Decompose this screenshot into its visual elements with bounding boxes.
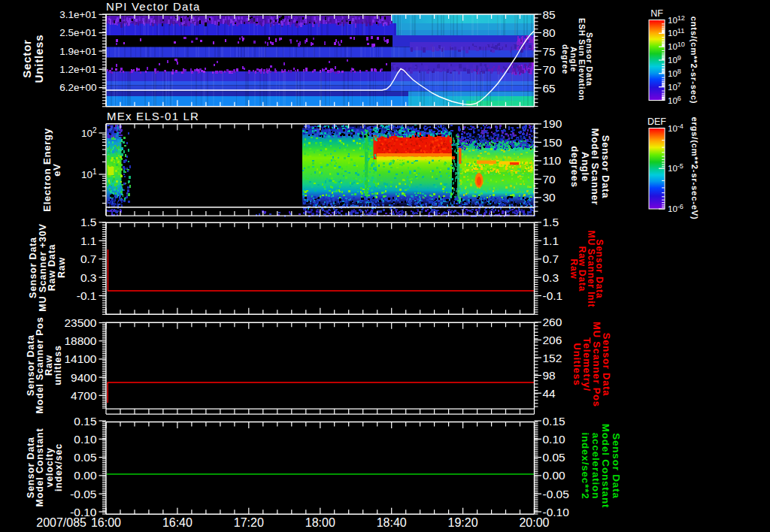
svg-text:1.1: 1.1 (543, 234, 559, 247)
svg-text:98: 98 (543, 369, 556, 382)
svg-text:Raw: Raw (568, 258, 579, 279)
svg-text:0.05: 0.05 (74, 451, 96, 464)
svg-text:18800: 18800 (64, 334, 96, 347)
svg-text:Unitless: Unitless (571, 343, 583, 386)
svg-text:30: 30 (543, 191, 556, 204)
svg-text:eV: eV (51, 163, 62, 177)
svg-text:260: 260 (543, 316, 562, 328)
svg-text:Raw: Raw (56, 257, 67, 278)
svg-text:4700: 4700 (71, 389, 97, 402)
svg-text:70: 70 (543, 63, 556, 76)
svg-text:152: 152 (543, 352, 562, 364)
svg-text:1.5: 1.5 (543, 216, 559, 228)
svg-text:80: 80 (543, 26, 556, 39)
svg-text:NF: NF (650, 8, 663, 19)
svg-text:85: 85 (543, 8, 556, 21)
svg-text:65: 65 (543, 82, 556, 95)
svg-text:NPI Vector Data: NPI Vector Data (106, 0, 201, 13)
svg-text:150: 150 (543, 136, 562, 149)
svg-text:70: 70 (543, 173, 556, 186)
svg-text:0.10: 0.10 (543, 433, 566, 446)
svg-text:2.5e+01: 2.5e+01 (59, 27, 96, 38)
svg-text:0.00: 0.00 (543, 469, 566, 482)
svg-text:degrees: degrees (569, 146, 581, 187)
svg-text:Sector: Sector (20, 39, 33, 78)
svg-text:degree: degree (561, 44, 570, 74)
svg-text:190: 190 (543, 117, 562, 130)
svg-text:0.00: 0.00 (74, 469, 97, 482)
svg-text:16:00: 16:00 (91, 516, 121, 529)
svg-text:DEF: DEF (647, 116, 666, 127)
svg-text:19:20: 19:20 (448, 516, 478, 529)
svg-text:unitless: unitless (53, 345, 63, 385)
svg-text:0.7: 0.7 (80, 252, 97, 265)
svg-text:1.9e+01: 1.9e+01 (59, 46, 96, 57)
svg-text:16:40: 16:40 (162, 516, 192, 529)
svg-text:-0.1: -0.1 (77, 289, 97, 302)
svg-text:18:40: 18:40 (377, 516, 407, 529)
svg-text:-0.05: -0.05 (70, 488, 96, 500)
svg-text:MEx ELS-01 LR: MEx ELS-01 LR (107, 110, 199, 122)
svg-text:2007/085: 2007/085 (36, 516, 86, 529)
svg-text:14100: 14100 (64, 352, 96, 365)
svg-text:cnts/(cm**2-sr-sec): cnts/(cm**2-sr-sec) (690, 17, 699, 104)
svg-text:0.15: 0.15 (74, 415, 96, 428)
svg-text:ergs/(cm**2-sr-sec-eV): ergs/(cm**2-sr-sec-eV) (690, 117, 699, 220)
svg-text:17:20: 17:20 (234, 516, 264, 529)
svg-text:110: 110 (543, 154, 562, 167)
svg-text:0.15: 0.15 (543, 415, 565, 428)
svg-text:Unitless: Unitless (32, 35, 45, 83)
svg-text:1.2e+01: 1.2e+01 (59, 64, 96, 75)
svg-text:6.2e+00: 6.2e+00 (59, 82, 96, 93)
svg-text:3.1e+01: 3.1e+01 (59, 9, 96, 20)
svg-text:0.10: 0.10 (74, 433, 97, 446)
svg-text:1.1: 1.1 (80, 234, 97, 247)
svg-text:9400: 9400 (71, 371, 97, 384)
svg-text:0.3: 0.3 (543, 271, 559, 284)
svg-text:index/sec**2: index/sec**2 (580, 432, 591, 499)
svg-text:1.5: 1.5 (80, 216, 97, 228)
svg-text:-0.1: -0.1 (543, 289, 563, 302)
svg-text:20:00: 20:00 (519, 516, 549, 529)
svg-text:44: 44 (543, 387, 556, 400)
svg-text:18:00: 18:00 (305, 516, 335, 529)
svg-text:-0.05: -0.05 (543, 488, 569, 500)
svg-text:23500: 23500 (64, 316, 96, 329)
svg-text:206: 206 (543, 334, 562, 346)
svg-text:0.3: 0.3 (80, 271, 97, 284)
svg-text:index/sec: index/sec (53, 443, 64, 491)
svg-text:0.05: 0.05 (543, 451, 565, 464)
svg-text:75: 75 (543, 45, 556, 58)
svg-text:0.7: 0.7 (543, 252, 559, 265)
